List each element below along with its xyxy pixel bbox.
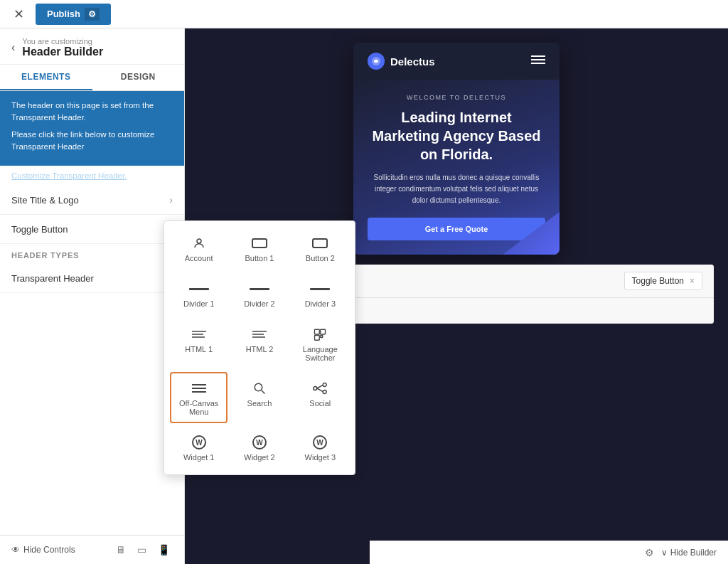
button1-label: Button 1 (245, 254, 274, 262)
tab-elements[interactable]: ELEMENTS (0, 65, 92, 90)
hero-subtitle: WELCOME TO DELECTUS (368, 94, 545, 101)
grid-item-html1[interactable]: HTML 1 (170, 318, 228, 369)
panel-header-nav: ‹ You are customizing Header Builder (11, 37, 173, 58)
preview-hero: WELCOME TO DELECTUS Leading Internet Mar… (353, 80, 560, 255)
search-icon (253, 381, 266, 396)
svg-point-0 (197, 239, 201, 243)
svg-point-19 (323, 390, 326, 394)
sidebar-item-label: Transparent Header (11, 273, 94, 284)
search-label: Search (247, 399, 272, 408)
preview-logo: Delectus (368, 53, 435, 70)
hero-desc: Sollicitudin eros nulla mus donec a quis… (368, 172, 545, 206)
svg-line-21 (317, 385, 323, 388)
close-button[interactable]: ✕ (9, 4, 28, 24)
publish-label: Publish (47, 9, 80, 19)
mobile-icon[interactable]: 📱 (155, 543, 173, 557)
sidebar-item-label: Toggle Button (11, 224, 68, 235)
customize-link[interactable]: Customize Transparent Header. (0, 166, 184, 186)
svg-text:W: W (256, 439, 263, 447)
elements-dropdown: Account Button 1 Button 2 (164, 220, 355, 475)
svg-rect-10 (321, 329, 326, 334)
grid-item-html2[interactable]: HTML 2 (230, 318, 288, 369)
social-label: Social (309, 399, 331, 408)
chevron-down-icon: ∨ (661, 548, 668, 558)
offcanvas-label: Off-Canvas Menu (176, 399, 222, 416)
grid-item-widget1[interactable]: W Widget 1 (170, 426, 228, 469)
dropdown-grid: Account Button 1 Button 2 (164, 221, 355, 474)
top-bar: ✕ Publish ⚙ (0, 0, 728, 28)
language-label: Language Switcher (297, 345, 343, 362)
language-icon (313, 326, 327, 342)
html1-icon (192, 326, 206, 342)
svg-line-17 (262, 390, 265, 394)
preview-container: Delectus WELCOME TO DELECTUS Leading Int… (353, 43, 560, 255)
tablet-icon[interactable]: ▭ (134, 543, 149, 557)
desktop-icon[interactable]: 🖥 (113, 543, 129, 557)
grid-item-widget2[interactable]: W Widget 2 (230, 426, 288, 469)
hamburger-icon[interactable] (531, 55, 545, 68)
svg-point-20 (314, 387, 317, 390)
svg-rect-11 (315, 336, 320, 341)
svg-text:W: W (196, 439, 203, 447)
grid-item-divider2[interactable]: Divider 2 (230, 272, 288, 315)
grid-item-account[interactable]: Account (170, 227, 228, 270)
info-line2: Please click the link below to customize… (11, 129, 173, 154)
toggle-button-chip: Toggle Button × (624, 272, 702, 290)
logo-icon (368, 53, 385, 70)
grid-item-offcanvas[interactable]: Off-Canvas Menu (170, 372, 228, 423)
grid-item-search[interactable]: Search (230, 372, 288, 423)
grid-item-widget3[interactable]: W Widget 3 (291, 426, 349, 469)
widget2-icon: W (252, 435, 267, 450)
grid-item-social[interactable]: Social (291, 372, 349, 423)
customizing-label: You are customizing (22, 37, 103, 46)
grid-item-button2[interactable]: Button 2 (291, 227, 349, 270)
svg-point-16 (255, 383, 262, 391)
info-box: The header on this page is set from the … (0, 91, 184, 166)
header-types-label: HEADER TYPES (0, 244, 184, 264)
eye-icon: 👁 (11, 545, 20, 555)
account-icon (193, 235, 205, 251)
publish-settings-icon[interactable]: ⚙ (85, 8, 100, 21)
left-panel: ‹ You are customizing Header Builder ELE… (0, 28, 185, 564)
hide-controls-button[interactable]: 👁 Hide Controls (11, 545, 75, 555)
svg-rect-12 (321, 336, 323, 338)
info-line1: The header on this page is set from the … (11, 100, 173, 124)
chip-label: Toggle Button (632, 276, 684, 286)
publish-button[interactable]: Publish ⚙ (36, 4, 111, 25)
divider2-icon (250, 281, 269, 297)
grid-item-divider3[interactable]: Divider 3 (291, 272, 349, 315)
divider1-label: Divider 1 (183, 299, 214, 308)
preview-header: Delectus (353, 43, 560, 80)
svg-line-22 (317, 388, 323, 392)
hide-controls-label: Hide Controls (23, 545, 75, 555)
divider3-icon (310, 281, 330, 297)
grid-item-button1[interactable]: Button 1 (230, 227, 288, 270)
button2-label: Button 2 (306, 254, 335, 262)
widget3-icon: W (313, 435, 327, 450)
account-label: Account (185, 254, 213, 262)
divider1-icon (189, 281, 209, 297)
widget2-label: Widget 2 (244, 453, 274, 462)
device-icons: 🖥 ▭ 📱 (113, 543, 173, 557)
right-footer: ⚙ ∨ Hide Builder (370, 541, 728, 564)
offcanvas-icon (192, 381, 206, 396)
sidebar-item-site-title[interactable]: Site Title & Logo › (0, 186, 184, 215)
grid-item-divider1[interactable]: Divider 1 (170, 272, 228, 315)
html2-label: HTML 2 (246, 345, 274, 353)
hide-builder-label: Hide Builder (670, 548, 717, 558)
grid-item-language[interactable]: Language Switcher (291, 318, 349, 369)
hero-cta-button[interactable]: Get a Free Quote (368, 218, 545, 240)
hide-builder-button[interactable]: ∨ Hide Builder (661, 548, 717, 558)
svg-rect-9 (315, 329, 320, 334)
sidebar-item-label: Site Title & Logo (11, 195, 79, 206)
tab-design[interactable]: DESIGN (92, 65, 185, 90)
widget3-label: Widget 3 (305, 453, 336, 462)
svg-rect-1 (252, 239, 267, 248)
sidebar-item-toggle-button[interactable]: Toggle Button › (0, 215, 184, 244)
back-button[interactable]: ‹ (11, 41, 15, 54)
chip-close-button[interactable]: × (690, 276, 695, 286)
svg-point-18 (323, 383, 326, 387)
footer-gear-icon[interactable]: ⚙ (645, 547, 654, 558)
html1-label: HTML 1 (185, 345, 213, 353)
sidebar-item-transparent-header[interactable]: Transparent Header › (0, 264, 184, 293)
